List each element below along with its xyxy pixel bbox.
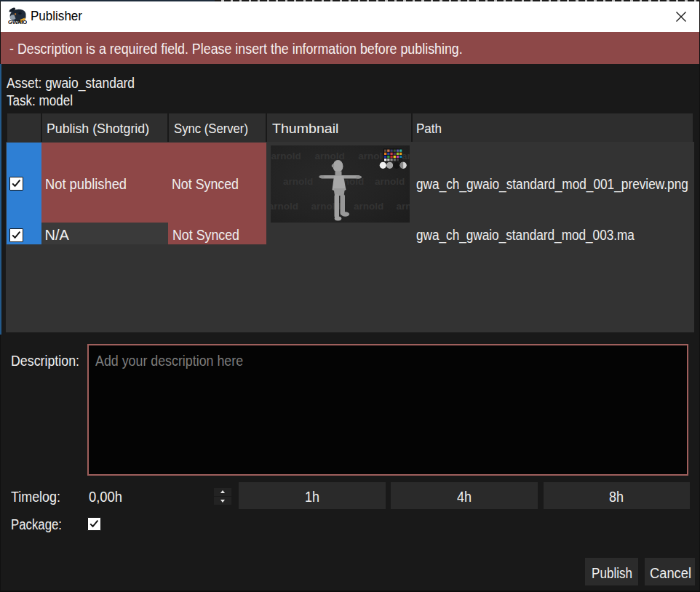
- svg-text:GWAIO: GWAIO: [8, 19, 27, 25]
- svg-text:arnold: arnold: [375, 176, 405, 187]
- svg-text:arnold: arnold: [397, 201, 410, 212]
- svg-text:arnold: arnold: [402, 151, 410, 161]
- svg-text:arnold: arnold: [354, 201, 383, 212]
- svg-text:arnold: arnold: [271, 201, 298, 212]
- svg-text:arnold: arnold: [271, 151, 301, 161]
- svg-text:arnold: arnold: [283, 176, 313, 187]
- svg-text:arnold: arnold: [315, 151, 345, 161]
